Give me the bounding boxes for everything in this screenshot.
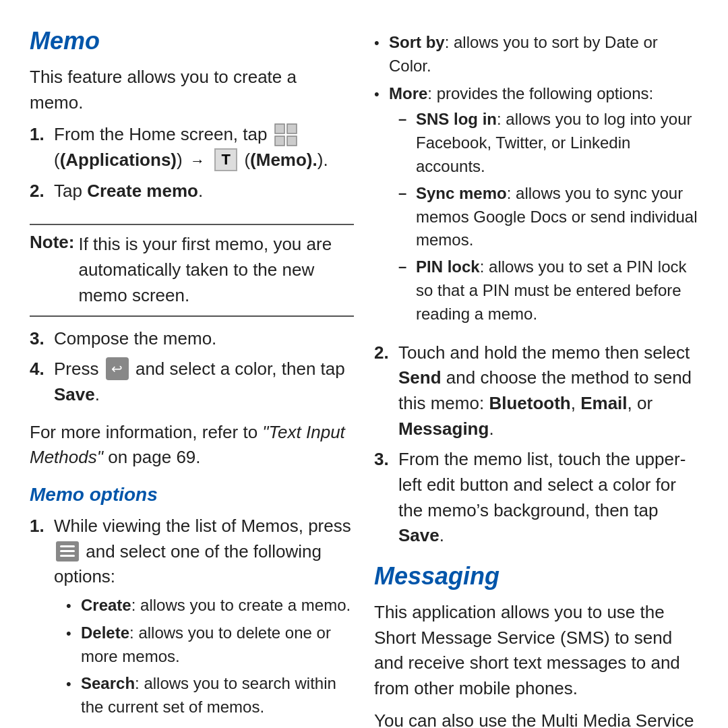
ref-text: For more information, refer to "Text Inp… xyxy=(30,420,354,471)
svg-rect-3 xyxy=(287,136,297,146)
step-3: 3. Compose the memo. xyxy=(30,326,354,352)
step-1: 1. From the Home screen, tap ((Applicati… xyxy=(30,122,354,173)
sub-sync: – Sync memo: allows you to sync your mem… xyxy=(398,182,698,252)
step-2: 2. Tap Create memo. xyxy=(30,179,354,204)
mo-step-1: 1. While viewing the list of Memos, pres… xyxy=(30,514,354,728)
bullet-create: • Create: allows you to create a memo. xyxy=(66,594,354,617)
svg-rect-1 xyxy=(287,124,297,133)
sub-bullet-list: – SNS log in: allows you to log into you… xyxy=(398,108,698,326)
apps-icon xyxy=(274,123,297,146)
svg-rect-0 xyxy=(275,124,284,133)
right-bullet-list: • Sort by: allows you to sort by Date or… xyxy=(374,31,698,334)
svg-rect-2 xyxy=(275,136,284,146)
memo-title: Memo xyxy=(30,27,354,55)
mo-step-3: 3. From the memo list, touch the upper-l… xyxy=(374,447,698,549)
memo-icon: T xyxy=(214,148,237,171)
msg-intro-2: You can also use the Multi Media Service… xyxy=(374,708,698,728)
options-list: • Create: allows you to create a memo. •… xyxy=(66,594,354,728)
step-4: 4. Press ↩ and select a color, then tap … xyxy=(30,357,354,407)
bullet-delete: • Delete: allows you to delete one or mo… xyxy=(66,621,354,669)
back-icon: ↩ xyxy=(106,357,129,380)
left-column: Memo This feature allows you to create a… xyxy=(30,27,354,701)
messaging-title: Messaging xyxy=(374,562,698,590)
note-box: Note: If this is your first memo, you ar… xyxy=(30,224,354,316)
right-column: • Sort by: allows you to sort by Date or… xyxy=(374,27,698,701)
sub-pin: – PIN lock: allows you to set a PIN lock… xyxy=(398,255,698,326)
bullet-more: • More: provides the following options: … xyxy=(374,82,698,330)
memo-options-title: Memo options xyxy=(30,484,354,506)
bullet-send: • Send: allows you to send one or severa… xyxy=(66,723,354,728)
mo-step-2: 2. Touch and hold the memo then select S… xyxy=(374,340,698,442)
msg-intro-1: This application allows you to use the S… xyxy=(374,600,698,702)
menu-icon xyxy=(56,541,79,562)
arrow-right-icon: → xyxy=(190,150,205,172)
memo-intro: This feature allows you to create a memo… xyxy=(30,65,354,115)
sub-sns: – SNS log in: allows you to log into you… xyxy=(398,108,698,178)
bullet-search: • Search: allows you to search within th… xyxy=(66,672,354,719)
bullet-sortby: • Sort by: allows you to sort by Date or… xyxy=(374,31,698,78)
